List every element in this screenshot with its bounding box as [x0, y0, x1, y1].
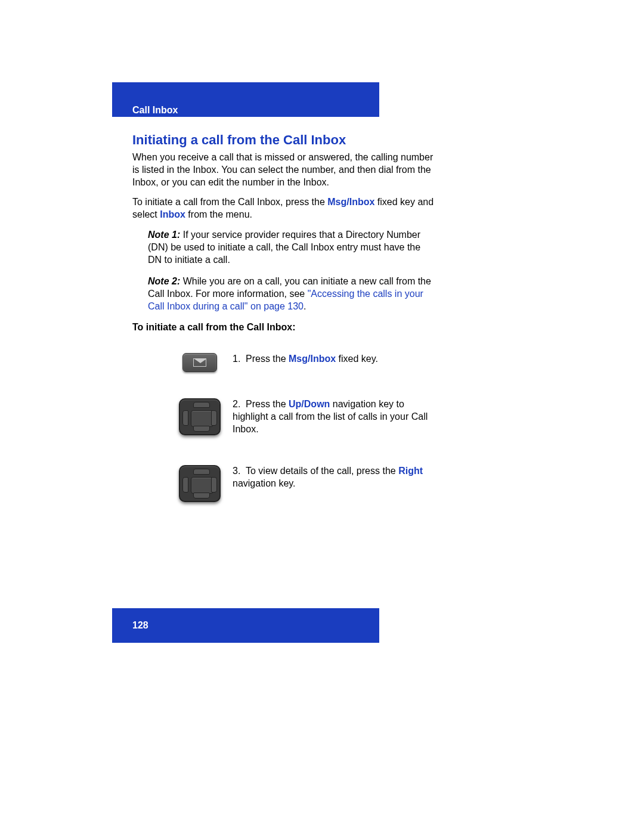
- step-1-row: 1.Press the Msg/Inbox fixed key.: [179, 353, 436, 372]
- step-1-icon: [179, 353, 221, 372]
- note-label: Note 2:: [148, 276, 180, 286]
- navigation-cluster-icon: [179, 398, 221, 435]
- text: navigation key.: [233, 478, 296, 488]
- step-2-row: 2.Press the Up/Down navigation key to hi…: [179, 398, 436, 435]
- keyword-msg-inbox: Msg/Inbox: [327, 197, 374, 207]
- text: from the menu.: [185, 209, 252, 219]
- document-page: Call Inbox Initiating a call from the Ca…: [0, 0, 644, 833]
- keyword-msg-inbox: Msg/Inbox: [289, 354, 336, 364]
- intro-paragraph-2: To initiate a call from the Call Inbox, …: [132, 196, 436, 221]
- text: fixed key.: [336, 354, 378, 364]
- text: Press the: [246, 399, 289, 409]
- step-number: 2.: [233, 398, 246, 411]
- step-number: 1.: [233, 353, 246, 366]
- step-2-text: 2.Press the Up/Down navigation key to hi…: [233, 398, 436, 435]
- text: Press the: [246, 354, 289, 364]
- msg-inbox-key-icon: [182, 353, 217, 372]
- step-2-icon: [179, 398, 221, 435]
- procedure-heading: To initiate a call from the Call Inbox:: [132, 322, 296, 333]
- step-3-text: 3.To view details of the call, press the…: [233, 465, 436, 490]
- intro-paragraph-1: When you receive a call that is missed o…: [132, 151, 436, 188]
- envelope-icon: [193, 358, 206, 367]
- keyword-right: Right: [398, 466, 423, 476]
- step-3-icon: [179, 465, 221, 502]
- keyword-up-down: Up/Down: [289, 399, 330, 409]
- footer-bar: [112, 608, 379, 643]
- page-heading: Initiating a call from the Call Inbox: [132, 132, 346, 148]
- note-label: Note 1:: [148, 230, 180, 240]
- keyword-inbox: Inbox: [160, 209, 185, 219]
- step-number: 3.: [233, 465, 246, 478]
- text: To initiate a call from the Call Inbox, …: [132, 197, 327, 207]
- note-1: Note 1: If your service provider require…: [148, 229, 436, 266]
- note-text: If your service provider requires that a…: [148, 230, 420, 265]
- note-text: .: [304, 301, 306, 311]
- page-number: 128: [132, 620, 148, 631]
- step-1-text: 1.Press the Msg/Inbox fixed key.: [233, 353, 436, 366]
- navigation-cluster-icon: [179, 465, 221, 502]
- text: To view details of the call, press the: [246, 466, 398, 476]
- note-2: Note 2: While you are on a call, you can…: [148, 275, 436, 312]
- step-3-row: 3.To view details of the call, press the…: [179, 465, 436, 502]
- header-section-label: Call Inbox: [132, 105, 178, 116]
